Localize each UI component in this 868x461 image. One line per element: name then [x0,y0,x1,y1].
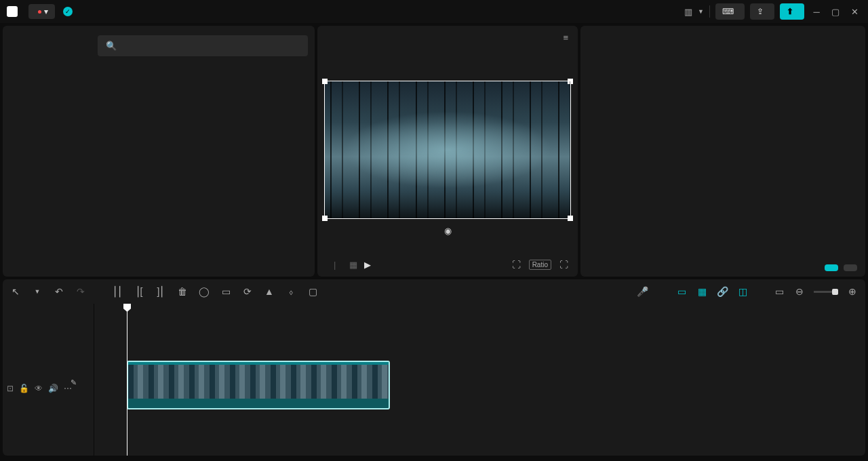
chevron-down-icon[interactable]: ▼ [698,8,704,15]
trim-left-icon[interactable]: ⎮[ [133,286,145,297]
mic-icon[interactable]: 🎤 [636,286,648,297]
trim-right-icon[interactable]: ]⎮ [155,286,167,297]
minimize-button[interactable]: ─ [810,5,823,18]
save-preset-button[interactable] [825,264,838,271]
crop-icon[interactable]: ⛶ [512,260,521,270]
layout-icon[interactable]: ▥ [684,7,692,17]
player-menu-icon[interactable]: ≡ [563,33,568,43]
effects-panel: 🔍 [3,26,315,277]
eye-icon[interactable]: 👁 [35,384,43,393]
undo-button[interactable]: ↶ [53,286,65,297]
delete-icon[interactable]: 🗑 [176,286,189,297]
zoom-in-icon[interactable]: ⊕ [846,286,859,297]
player-controls: | ▦ ▶ ⛶ Ratio ⛶ [317,250,578,277]
compare-icon[interactable]: ◉ [444,226,452,236]
playhead[interactable] [127,304,127,456]
effects-categories [3,30,91,277]
share-icon: ⇪ [757,7,764,16]
preview-icon[interactable]: ▭ [773,286,785,297]
pencil-icon: ✎ [71,378,77,387]
play-button[interactable]: ▶ [364,260,371,270]
zoom-out-icon[interactable]: ⊖ [793,286,806,297]
cropframe-icon[interactable]: ▢ [307,286,319,297]
link-preview-icon[interactable]: ▦ [696,286,708,297]
close-button[interactable]: ✕ [848,5,861,18]
check-icon: ✓ [63,7,73,16]
maximize-button[interactable]: ▢ [829,5,842,18]
video-clip[interactable] [127,361,390,409]
autosave-status: ✓ [63,7,81,16]
video-preview[interactable]: ◉ [324,81,571,220]
rotate-icon[interactable]: ⟳ [241,286,254,297]
export-button[interactable]: ⬆ [780,3,804,20]
group-icon[interactable]: ▭ [220,286,232,297]
cover-button[interactable]: ✎ [71,378,77,387]
adjustment-controls [580,45,865,259]
menu-button[interactable]: ▾ [28,4,55,19]
time-ruler[interactable] [94,304,865,321]
app-logo [7,6,20,17]
chevron-down-icon: ▾ [44,7,48,16]
expand-icon[interactable]: ⊡ [7,384,14,393]
pointer-tool[interactable]: ↖ [9,286,22,297]
magnet-icon[interactable]: ▭ [675,286,688,297]
apply-all-button[interactable] [844,264,857,271]
keyboard-icon: ⌨ [722,7,734,16]
lock-icon[interactable]: 🔓 [19,384,29,393]
link-icon[interactable]: 🔗 [716,286,728,297]
export-icon: ⬆ [787,7,793,16]
split-icon[interactable]: ⎮⎮ [111,286,123,297]
pointer-dropdown[interactable]: ▼ [31,288,43,295]
fullscreen-icon[interactable]: ⛶ [559,260,568,270]
mirror-icon[interactable]: ▲ [263,286,275,297]
capcut-icon [7,6,18,17]
titlebar: ▾ ✓ ▥ ▼ ⌨ ⇪ ⬆ ─ ▢ ✕ [0,0,868,23]
freeze-icon[interactable]: ⬨ [285,286,297,297]
marker-icon[interactable]: ◯ [198,286,210,297]
grid-icon[interactable]: ▦ [349,260,357,270]
timeline-toolbar: ↖ ▼ ↶ ↷ ⎮⎮ ⎮[ ]⎮ 🗑 ◯ ▭ ⟳ ▲ ⬨ ▢ 🎤 ▭ ▦ 🔗 ◫… [3,279,865,304]
timeline[interactable]: ⊡ 🔓 👁 🔊 ⋯ ✎ [3,304,865,456]
search-input[interactable]: 🔍 [98,35,308,56]
shortcuts-button[interactable]: ⌨ [715,3,745,20]
align-icon[interactable]: ◫ [736,286,749,297]
redo-button[interactable]: ↷ [75,286,87,297]
ratio-button[interactable]: Ratio [529,260,551,270]
mute-icon[interactable]: 🔊 [48,384,58,393]
adjustment-panel [580,26,865,277]
inspector-tabs [580,26,865,39]
search-icon: 🔍 [106,41,117,51]
clip-thumbnails [128,365,389,399]
share-button[interactable]: ⇪ [750,3,774,20]
player-panel: ≡ ◉ | ▦ ▶ ⛶ Ratio ⛶ [317,26,578,277]
